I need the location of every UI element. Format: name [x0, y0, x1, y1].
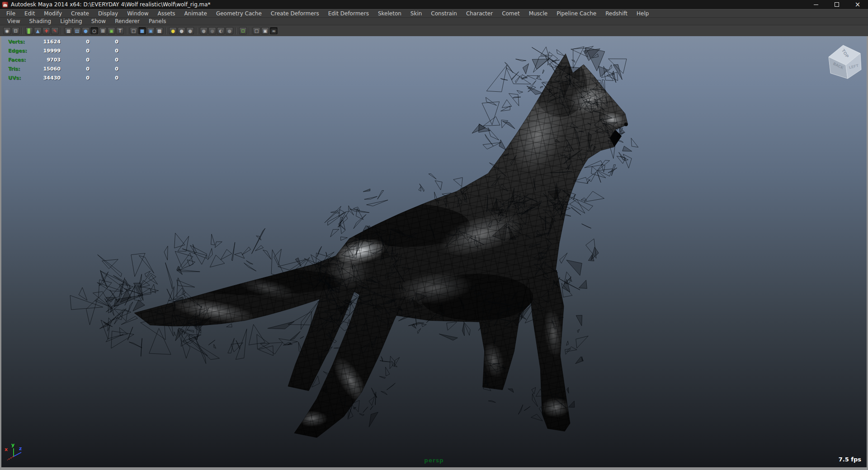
ssao-icon[interactable]: ●	[208, 27, 216, 34]
film-gate-icon[interactable]: ▤	[73, 27, 81, 34]
menu-pipeline-cache[interactable]: Pipeline Cache	[552, 10, 601, 17]
pan-zoom-icon[interactable]: ✚	[42, 27, 50, 34]
wireframe-icon[interactable]: □	[130, 27, 137, 34]
wireframe-on-shaded-icon[interactable]: ▣	[147, 27, 155, 34]
use-all-lights-icon[interactable]: ●	[169, 27, 177, 34]
title-bar: Autodesk Maya 2014 x64: D:\EVERYDAY 4\Wo…	[0, 0, 868, 9]
camera-attributes-icon[interactable]: ⊟	[12, 27, 19, 34]
bookmark-icon[interactable]: ▊	[25, 27, 33, 34]
menu-muscle[interactable]: Muscle	[524, 10, 552, 17]
hud-c3: 0	[90, 66, 118, 72]
perspective-viewport[interactable]: Verts:1162400Edges:1999900Faces:970300Tr…	[0, 36, 868, 470]
menu-comet[interactable]: Comet	[497, 10, 524, 17]
panel-menu-shading[interactable]: Shading	[24, 18, 56, 24]
hud-c2: 0	[61, 75, 90, 81]
toolbar-separator	[22, 28, 23, 34]
menu-edit-deformers[interactable]: Edit Deformers	[324, 10, 373, 17]
safe-title-icon[interactable]: T	[116, 27, 124, 34]
menu-window[interactable]: Window	[123, 10, 153, 17]
panel-menu-view[interactable]: View	[3, 18, 24, 24]
menu-skeleton[interactable]: Skeleton	[373, 10, 406, 17]
hud-row: Tris:1506000	[8, 64, 118, 73]
hud-c2: 0	[61, 48, 90, 54]
menu-redshift[interactable]: Redshift	[601, 10, 632, 17]
menu-modify[interactable]: Modify	[39, 10, 66, 17]
hud-row: UVs:3443000	[8, 73, 118, 82]
hud-c3: 0	[90, 57, 118, 63]
panel-toolbar: ◉⊟▊▲✚✎▦▤●○⊠▣T□■▣▩●●●●●◐●⊡□▣∞	[0, 25, 868, 36]
fps-counter: 7.5 fps	[839, 456, 861, 463]
camera-name-label: persp	[1, 457, 867, 464]
textured-icon[interactable]: ▩	[156, 27, 163, 34]
hud-row: Faces:970300	[8, 55, 118, 64]
hud-row: Edges:1999900	[8, 46, 118, 55]
menu-geometry-cache[interactable]: Geometry Cache	[212, 10, 266, 17]
grease-pencil-icon[interactable]: ✎	[51, 27, 59, 34]
hud-val: 19999	[34, 48, 61, 54]
y-axis-label: y	[11, 442, 14, 448]
select-camera-icon[interactable]: ◉	[3, 27, 11, 34]
menu-help[interactable]: Help	[632, 10, 653, 17]
motion-blur-icon[interactable]: ◐	[217, 27, 225, 34]
hud-label: Faces:	[8, 57, 34, 63]
panel-menu-lighting[interactable]: Lighting	[56, 18, 87, 24]
heads-up-display-polycount: Verts:1162400Edges:1999900Faces:970300Tr…	[8, 37, 118, 82]
close-icon: ×	[855, 1, 861, 8]
main-menu-bar: FileEditModifyCreateDisplayWindowAssetsA…	[0, 9, 868, 17]
xray-active-components-icon[interactable]: ▣	[261, 27, 269, 34]
hud-c2: 0	[61, 39, 90, 45]
close-button[interactable]: ×	[847, 0, 868, 9]
panel-menu-renderer[interactable]: Renderer	[110, 18, 144, 24]
view-cube[interactable]: TOP BACK LEFT	[823, 41, 866, 84]
hud-row: Verts:1162400	[8, 37, 118, 46]
hud-val: 15060	[34, 66, 61, 72]
hud-label: UVs:	[8, 75, 34, 81]
panel-menu-show[interactable]: Show	[87, 18, 110, 24]
menu-edit[interactable]: Edit	[20, 10, 39, 17]
wolf-model[interactable]	[1, 36, 867, 467]
safe-action-icon[interactable]: ▣	[108, 27, 115, 34]
menu-constrain[interactable]: Constrain	[426, 10, 462, 17]
isolate-select-icon[interactable]: ⊡	[239, 27, 247, 34]
xray-icon[interactable]: □	[253, 27, 260, 34]
shaded-icon[interactable]: ■	[138, 27, 146, 34]
menu-animate[interactable]: Animate	[180, 10, 212, 17]
menu-file[interactable]: File	[2, 10, 20, 17]
maya-logo-icon	[2, 2, 8, 8]
resolution-gate-icon[interactable]: ●	[82, 27, 90, 34]
minimize-icon	[814, 5, 818, 5]
menu-display[interactable]: Display	[94, 10, 123, 17]
shadows-icon[interactable]: ●	[200, 27, 208, 34]
minimize-button[interactable]	[806, 0, 826, 9]
window-title: Autodesk Maya 2014 x64: D:\EVERYDAY 4\Wo…	[11, 1, 211, 8]
toolbar-separator	[61, 28, 62, 34]
z-axis-line	[14, 452, 21, 456]
menu-character[interactable]: Character	[462, 10, 497, 17]
grid-icon[interactable]: ▦	[65, 27, 72, 34]
flat-light-icon[interactable]: ●	[186, 27, 194, 34]
window-controls: ×	[806, 0, 868, 9]
menu-assets[interactable]: Assets	[153, 10, 180, 17]
wolf-nose	[624, 122, 628, 126]
restore-button[interactable]	[826, 0, 847, 9]
hud-label: Edges:	[8, 48, 34, 54]
toolbar-separator	[196, 28, 198, 34]
field-chart-icon[interactable]: ⊠	[99, 27, 107, 34]
menu-create[interactable]: Create	[66, 10, 94, 17]
depth-of-field-icon[interactable]: ●	[226, 27, 233, 34]
x-axis-label: x	[5, 446, 8, 452]
hud-val: 11624	[34, 39, 61, 45]
menu-skin[interactable]: Skin	[406, 10, 427, 17]
hud-label: Verts:	[8, 39, 34, 45]
ambient-light-icon[interactable]: ●	[178, 27, 185, 34]
gate-mask-icon[interactable]: ○	[90, 27, 98, 34]
panel-menu-panels[interactable]: Panels	[144, 18, 171, 24]
toolbar-separator	[236, 28, 237, 34]
toolbar-separator	[126, 28, 127, 34]
menu-create-deformers[interactable]: Create Deformers	[266, 10, 324, 17]
hud-val: 34430	[34, 75, 61, 81]
link-icon[interactable]: ∞	[270, 27, 278, 34]
hud-label: Tris:	[8, 66, 34, 72]
hud-c2: 0	[61, 66, 90, 72]
image-plane-icon[interactable]: ▲	[34, 27, 42, 34]
